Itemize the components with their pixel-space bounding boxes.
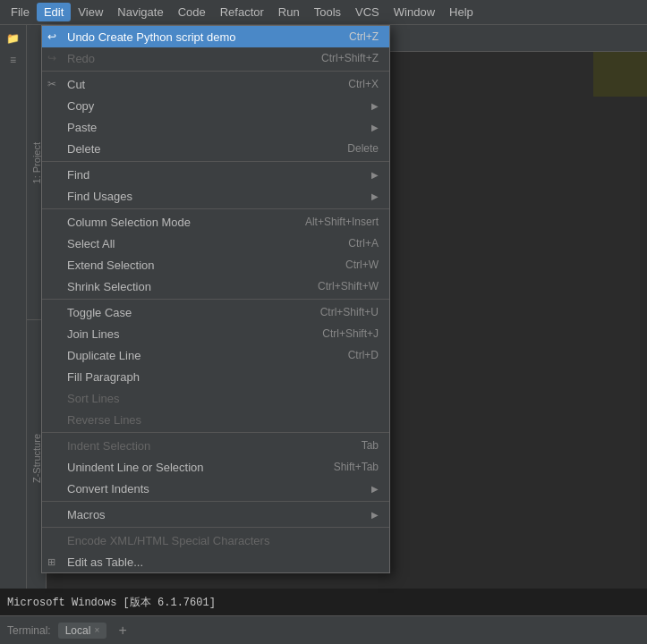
menu-refactor[interactable]: Refactor: [213, 3, 271, 21]
separator-2: [42, 161, 389, 162]
menu-macros[interactable]: Macros ▶: [42, 504, 389, 525]
column-selection-label: Column Selection Mode: [67, 216, 287, 229]
structure-panel-label: Z-Structure: [31, 434, 42, 483]
terminal-bar: Terminal: Local × +: [0, 615, 647, 644]
terminal-tab-local[interactable]: Local ×: [58, 623, 107, 639]
menu-select-all[interactable]: Select All Ctrl+A: [42, 233, 389, 254]
separator-7: [42, 527, 389, 528]
extend-selection-shortcut: Ctrl+W: [345, 258, 379, 271]
duplicate-line-label: Duplicate Line: [67, 349, 330, 362]
undo-label: Undo Create Python script demo: [67, 30, 331, 44]
indent-selection-shortcut: Tab: [362, 439, 379, 452]
menu-column-selection[interactable]: Column Selection Mode Alt+Shift+Insert: [42, 211, 389, 233]
copy-arrow: ▶: [371, 101, 379, 111]
menu-fill-paragraph[interactable]: Fill Paragraph: [42, 366, 389, 387]
toggle-case-label: Toggle Case: [67, 306, 302, 319]
redo-label: Redo: [67, 52, 303, 65]
menu-file[interactable]: File: [4, 3, 37, 21]
terminal-text: Microsoft Windows [版本 6.1.7601]: [7, 595, 216, 610]
convert-indents-label: Convert Indents: [67, 482, 368, 496]
terminal-tab-local-close[interactable]: ×: [94, 625, 99, 635]
project-icon[interactable]: 📁: [4, 29, 23, 48]
separator-5: [42, 432, 389, 433]
menu-copy[interactable]: Copy ▶: [42, 95, 389, 116]
menu-redo[interactable]: ↪ Redo Ctrl+Shift+Z: [42, 47, 389, 69]
cut-label: Cut: [67, 78, 330, 91]
column-selection-shortcut: Alt+Shift+Insert: [305, 216, 379, 228]
menu-paste[interactable]: Paste ▶: [42, 116, 389, 138]
menu-help[interactable]: Help: [442, 3, 481, 21]
reverse-lines-label: Reverse Lines: [67, 413, 379, 427]
menu-indent-selection[interactable]: Indent Selection Tab: [42, 435, 389, 456]
menu-shrink-selection[interactable]: Shrink Selection Ctrl+Shift+W: [42, 275, 389, 297]
duplicate-line-shortcut: Ctrl+D: [348, 349, 379, 361]
find-usages-arrow: ▶: [371, 191, 379, 201]
menu-toggle-case[interactable]: Toggle Case Ctrl+Shift+U: [42, 301, 389, 323]
terminal-add-button[interactable]: +: [114, 622, 132, 640]
cut-icon: ✂: [47, 78, 56, 90]
menu-delete[interactable]: Delete Delete: [42, 138, 389, 159]
menu-extend-selection[interactable]: Extend Selection Ctrl+W: [42, 254, 389, 275]
menu-reverse-lines[interactable]: Reverse Lines: [42, 409, 389, 430]
delete-shortcut: Delete: [347, 142, 379, 155]
sort-lines-label: Sort Lines: [67, 392, 379, 405]
unindent-line-label: Unindent Line or Selection: [67, 461, 316, 474]
menu-encode-xml[interactable]: Encode XML/HTML Special Characters: [42, 530, 389, 551]
menu-duplicate-line[interactable]: Duplicate Line Ctrl+D: [42, 344, 389, 366]
shrink-selection-shortcut: Ctrl+Shift+W: [318, 280, 379, 292]
menu-cut[interactable]: ✂ Cut Ctrl+X: [42, 73, 389, 95]
copy-label: Copy: [67, 99, 368, 113]
edit-as-table-label: Edit as Table...: [67, 555, 379, 569]
paste-arrow: ▶: [371, 123, 379, 132]
menu-undo[interactable]: ↩ Undo Create Python script demo Ctrl+Z: [42, 26, 389, 47]
menu-sort-lines[interactable]: Sort Lines: [42, 387, 389, 409]
fill-paragraph-label: Fill Paragraph: [67, 370, 379, 384]
paste-label: Paste: [67, 121, 368, 134]
menu-edit[interactable]: Edit: [37, 3, 71, 21]
structure-icon[interactable]: ≡: [4, 50, 23, 70]
menu-navigate[interactable]: Navigate: [110, 3, 170, 21]
project-panel-label: 1: Project: [31, 142, 42, 183]
menubar: File Edit View Navigate Code Refactor Ru…: [0, 0, 647, 25]
editor-highlight: [593, 52, 647, 97]
menu-vcs[interactable]: VCS: [348, 3, 387, 21]
menu-edit-as-table[interactable]: ⊞ Edit as Table...: [42, 551, 389, 572]
menu-window[interactable]: Window: [387, 3, 442, 21]
join-lines-label: Join Lines: [67, 327, 304, 341]
toggle-case-shortcut: Ctrl+Shift+U: [320, 306, 379, 318]
terminal-tab-local-label: Local: [65, 624, 91, 637]
redo-shortcut: Ctrl+Shift+Z: [321, 52, 379, 64]
find-arrow: ▶: [371, 170, 379, 180]
redo-icon: ↪: [47, 52, 56, 64]
sidebar-left: 📁 ≡: [0, 25, 27, 615]
menu-join-lines[interactable]: Join Lines Ctrl+Shift+J: [42, 323, 389, 344]
menu-view[interactable]: View: [71, 3, 110, 21]
separator-4: [42, 299, 389, 300]
menu-unindent-line[interactable]: Unindent Line or Selection Shift+Tab: [42, 456, 389, 478]
terminal-label: Terminal:: [7, 624, 51, 637]
find-usages-label: Find Usages: [67, 190, 368, 203]
macros-arrow: ▶: [371, 510, 379, 520]
shrink-selection-label: Shrink Selection: [67, 280, 300, 293]
indent-selection-label: Indent Selection: [67, 439, 344, 453]
encode-xml-label: Encode XML/HTML Special Characters: [67, 534, 379, 547]
menu-code[interactable]: Code: [171, 3, 213, 21]
separator-1: [42, 71, 389, 72]
delete-label: Delete: [67, 142, 329, 156]
undo-icon: ↩: [47, 30, 56, 43]
menu-convert-indents[interactable]: Convert Indents ▶: [42, 478, 389, 499]
menu-find-usages[interactable]: Find Usages ▶: [42, 185, 389, 207]
separator-6: [42, 501, 389, 502]
edit-dropdown-menu: ↩ Undo Create Python script demo Ctrl+Z …: [41, 25, 390, 573]
find-label: Find: [67, 168, 368, 182]
separator-3: [42, 208, 389, 209]
unindent-line-shortcut: Shift+Tab: [334, 461, 379, 473]
menu-find[interactable]: Find ▶: [42, 164, 389, 185]
menu-run[interactable]: Run: [271, 3, 307, 21]
macros-label: Macros: [67, 508, 368, 521]
cut-shortcut: Ctrl+X: [348, 78, 379, 90]
convert-indents-arrow: ▶: [371, 484, 379, 494]
select-all-shortcut: Ctrl+A: [348, 237, 379, 250]
extend-selection-label: Extend Selection: [67, 258, 328, 272]
menu-tools[interactable]: Tools: [307, 3, 348, 21]
